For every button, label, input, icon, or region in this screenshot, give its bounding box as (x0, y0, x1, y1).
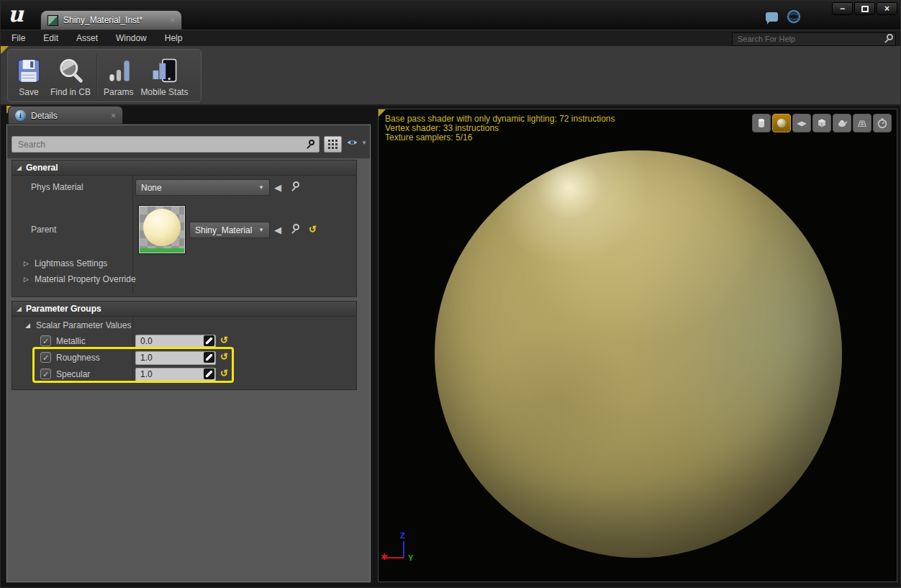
minimize-icon: − (840, 4, 845, 13)
property-matrix-button[interactable] (324, 136, 342, 153)
expanded-arrow-icon: ◢ (25, 322, 30, 329)
details-tab-label: Details (31, 111, 58, 121)
preview-cube-button[interactable] (812, 114, 831, 132)
menu-file[interactable]: File (12, 33, 25, 43)
details-tab[interactable]: i Details × (8, 106, 123, 125)
mobile-stats-button[interactable]: Mobile Stats (137, 51, 191, 100)
material-preview-sphere[interactable] (435, 150, 842, 558)
preview-cylinder-button[interactable] (752, 114, 771, 132)
use-selected-asset-arrow-icon[interactable]: ◀ (274, 183, 281, 192)
lightmass-settings-label: Lightmass Settings (35, 258, 107, 268)
parent-thumbnail-sphere (143, 209, 181, 246)
lightmass-settings-row[interactable]: ▷ Lightmass Settings (24, 258, 107, 268)
title-bar: u Shiny_Material_Inst* × − × (1, 1, 900, 30)
sphere-icon (776, 117, 787, 129)
find-in-cb-button[interactable]: Find in CB (47, 51, 94, 100)
menu-edit[interactable]: Edit (43, 33, 58, 43)
browse-to-asset-icon[interactable] (293, 224, 299, 230)
plane-icon (796, 117, 807, 129)
stopwatch-icon (877, 117, 888, 129)
grid-floor-icon (856, 117, 868, 129)
help-search-icon (887, 34, 893, 40)
feedback-chat-icon[interactable] (766, 12, 778, 22)
material-property-override-row[interactable]: ▷ Material Property Override (24, 274, 136, 284)
parent-material-thumbnail[interactable] (139, 206, 185, 253)
menu-asset[interactable]: Asset (76, 33, 98, 43)
close-button[interactable]: × (877, 2, 897, 15)
parameter-groups-header[interactable]: ◢ Parameter Groups (12, 302, 356, 317)
parent-thumbnail-color-strip (140, 248, 184, 253)
params-button[interactable]: Params (100, 51, 137, 100)
details-search-input[interactable] (12, 136, 320, 153)
details-search-strip: ▼ (7, 125, 370, 158)
chevron-down-icon: ▼ (361, 140, 367, 146)
menu-window[interactable]: Window (116, 33, 147, 43)
parent-dropdown[interactable]: Shiny_Material ▼ (189, 222, 270, 238)
metallic-checkbox[interactable]: ✓ (40, 335, 51, 346)
reset-to-default-icon[interactable]: ↺ (309, 225, 317, 234)
save-button[interactable]: Save (11, 51, 47, 100)
axis-gizmo: Z Y ✱ (379, 533, 429, 569)
parent-label: Parent (31, 225, 56, 235)
minimize-button[interactable]: − (832, 2, 853, 15)
unreal-editor-window: u Shiny_Material_Inst* × − × Fi (0, 0, 901, 588)
find-in-cb-magnifier-icon (55, 56, 86, 86)
use-selected-asset-arrow-icon[interactable]: ◀ (274, 225, 281, 235)
save-floppy-icon (14, 56, 43, 86)
specular-label: Specular (56, 369, 90, 379)
phys-material-dropdown[interactable]: None ▼ (135, 179, 270, 196)
material-property-override-label: Material Property Override (35, 274, 136, 284)
asset-tab-thumbnail-icon (47, 15, 58, 26)
params-bars-icon (104, 56, 133, 86)
stats-line-texture-samplers: Texture samplers: 5/16 (385, 133, 615, 143)
chevron-down-icon: ▼ (258, 184, 264, 191)
reset-to-default-icon[interactable]: ↺ (220, 335, 228, 345)
asset-tab-close-icon[interactable]: × (170, 16, 175, 24)
globe-swirl-icon[interactable] (787, 9, 801, 24)
cube-icon (816, 117, 828, 129)
general-section: ◢ General Phys Material None ▼ ◀ Parent (12, 160, 357, 297)
reset-to-default-icon[interactable]: ↺ (220, 368, 228, 378)
details-body: ▼ ◢ General Phys Material None ▼ ◀ Paren… (6, 125, 371, 582)
phys-material-label: Phys Material (31, 182, 83, 192)
scalar-parameter-values-label: Scalar Parameter Values (36, 320, 132, 330)
cylinder-icon (756, 117, 767, 129)
maximize-button[interactable] (854, 2, 875, 15)
preview-sphere-button[interactable] (772, 114, 791, 132)
roughness-checkbox[interactable]: ✓ (40, 352, 51, 363)
specular-checkbox[interactable]: ✓ (40, 368, 51, 379)
axis-x-marker-icon: ✱ (381, 552, 388, 562)
details-tab-close-icon[interactable]: × (111, 111, 116, 121)
preview-grid-toggle-button[interactable] (853, 114, 871, 132)
param-row-roughness: ✓ Roughness ↺ (12, 350, 356, 366)
find-in-cb-label: Find in CB (50, 87, 91, 97)
value-drag-handle-icon[interactable] (204, 335, 214, 346)
scalar-parameter-values-row[interactable]: ◢ Scalar Parameter Values (25, 320, 131, 330)
preview-viewport[interactable]: Base pass shader with only dynamic light… (378, 109, 897, 582)
grid-icon (328, 140, 338, 149)
preview-plane-button[interactable] (792, 114, 811, 132)
maximize-icon (861, 6, 869, 12)
shader-stats: Base pass shader with only dynamic light… (385, 114, 615, 143)
general-section-header[interactable]: ◢ General (12, 160, 356, 176)
help-search-input[interactable] (732, 32, 896, 46)
details-panel: i Details × (6, 106, 371, 582)
view-options-button[interactable]: ▼ (345, 137, 367, 148)
teapot-icon (836, 117, 848, 129)
axis-z-line (403, 541, 404, 558)
parent-value: Shiny_Material (195, 225, 252, 235)
save-label: Save (19, 87, 38, 97)
eye-icon (345, 137, 359, 148)
preview-shape-toolbar (752, 114, 892, 132)
browse-to-asset-icon[interactable] (293, 181, 299, 188)
reset-to-default-icon[interactable]: ↺ (220, 352, 228, 361)
value-drag-handle-icon[interactable] (204, 352, 214, 363)
preview-custom-mesh-button[interactable] (833, 114, 851, 132)
param-row-specular: ✓ Specular ↺ (12, 366, 356, 383)
realtime-toggle-button[interactable] (873, 114, 892, 132)
value-drag-handle-icon[interactable] (204, 368, 214, 379)
details-tab-icon: i (15, 110, 26, 121)
asset-tab[interactable]: Shiny_Material_Inst* × (40, 10, 182, 30)
chevron-down-icon: ▼ (258, 227, 264, 233)
menu-help[interactable]: Help (165, 33, 183, 43)
